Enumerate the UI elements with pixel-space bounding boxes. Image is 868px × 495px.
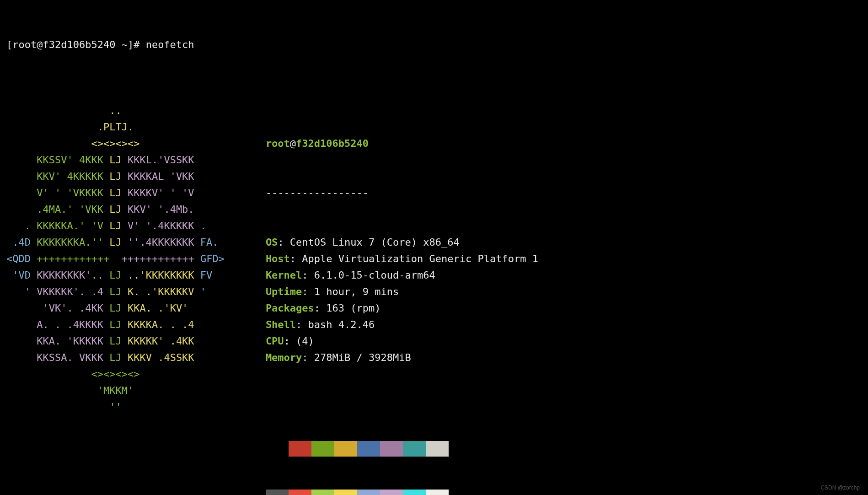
info-value: : (4) xyxy=(284,335,314,347)
info-line: Packages: 163 (rpm) xyxy=(266,300,538,317)
color-swatch xyxy=(426,441,449,457)
color-swatch xyxy=(357,490,380,495)
info-line: Uptime: 1 hour, 9 mins xyxy=(266,284,538,300)
info-label: Kernel xyxy=(266,269,302,281)
ascii-logo: .. .PLTJ. <><><><> KKSSV' 4KKK LJ KKKL.'… xyxy=(6,102,225,495)
info-value: : 163 (rpm) xyxy=(314,302,381,314)
color-swatch xyxy=(289,441,311,457)
separator: ----------------- xyxy=(266,185,538,201)
info-label: Memory xyxy=(266,352,302,363)
color-swatch xyxy=(289,490,311,495)
info-line: Kernel: 6.1.0-15-cloud-arm64 xyxy=(266,267,538,284)
neofetch-output: .. .PLTJ. <><><><> KKSSV' 4KKK LJ KKKL.'… xyxy=(6,102,862,495)
info-value: : CentOS Linux 7 (Core) x86_64 xyxy=(278,237,459,248)
logo-line: 'VK'. .4KK LJ KKA. .'KV' xyxy=(6,300,225,317)
logo-line: KKA. 'KKKKK LJ KKKKK' .4KK xyxy=(6,333,225,350)
color-palette xyxy=(266,399,538,495)
color-swatch xyxy=(334,490,357,495)
logo-line: ' VKKKKK'. .4 LJ K. .'KKKKKV ' xyxy=(6,284,225,300)
logo-line: KKV' 4KKKKK LJ KKKKAL 'VKK xyxy=(6,168,225,185)
info-label: CPU xyxy=(266,335,284,347)
info-line: OS: CentOS Linux 7 (Core) x86_64 xyxy=(266,234,538,251)
info-line: Host: Apple Virtualization Generic Platf… xyxy=(266,251,538,267)
color-swatch xyxy=(311,490,334,495)
info-line: CPU: (4) xyxy=(266,333,538,350)
command-line-1: [root@f32d106b5240 ~]# neofetch xyxy=(6,37,862,53)
system-info: root@f32d106b5240 ----------------- OS: … xyxy=(266,102,538,495)
color-swatch xyxy=(266,441,289,457)
prompt: [root@f32d106b5240 ~]# xyxy=(6,39,146,50)
logo-line: 'MKKM' xyxy=(6,382,225,399)
logo-line: KKSSA. VKKK LJ KKKV .4SSKK xyxy=(6,350,225,366)
logo-line: .. xyxy=(6,102,225,119)
info-label: OS xyxy=(266,237,278,248)
typed-command: neofetch xyxy=(146,39,194,50)
color-swatch xyxy=(357,441,380,457)
info-value: : Apple Virtualization Generic Platform … xyxy=(290,253,538,264)
logo-line: <><><><> xyxy=(6,366,225,382)
logo-line: .4D KKKKKKKA.'' LJ ''.4KKKKKKK FA. xyxy=(6,234,225,251)
info-value: : bash 4.2.46 xyxy=(296,319,375,330)
user-host-header: root@f32d106b5240 xyxy=(266,135,538,152)
color-swatch xyxy=(334,441,357,457)
logo-line: KKSSV' 4KKK LJ KKKL.'VSSKK xyxy=(6,152,225,168)
logo-line: .4MA.' 'VKK LJ KKV' '.4Mb. xyxy=(6,201,225,218)
logo-line: <QDD ++++++++++++ ++++++++++++ GFD> xyxy=(6,251,225,267)
logo-line: A. . .4KKKK LJ KKKKA. . .4 xyxy=(6,317,225,333)
info-label: Uptime xyxy=(266,286,302,297)
logo-line: .PLTJ. xyxy=(6,119,225,135)
watermark: CSDN @zorchp xyxy=(820,485,860,490)
logo-line: <><><><> xyxy=(6,135,225,152)
logo-line: V' ' 'VKKKK LJ KKKKV' ' 'V xyxy=(6,185,225,201)
info-label: Packages xyxy=(266,302,314,314)
info-line: Shell: bash 4.2.46 xyxy=(266,317,538,333)
info-value: : 6.1.0-15-cloud-arm64 xyxy=(302,269,435,281)
color-swatch xyxy=(380,490,403,495)
color-swatch xyxy=(403,490,426,495)
info-label: Shell xyxy=(266,319,296,330)
info-value: : 278MiB / 3928MiB xyxy=(302,352,411,363)
info-line: Memory: 278MiB / 3928MiB xyxy=(266,350,538,366)
info-label: Host xyxy=(266,253,290,264)
color-swatch xyxy=(426,490,449,495)
logo-line: 'VD KKKKKKKK'.. LJ ..'KKKKKKKK FV xyxy=(6,267,225,284)
color-swatch xyxy=(403,441,426,457)
color-swatch xyxy=(380,441,403,457)
info-value: : 1 hour, 9 mins xyxy=(302,286,399,297)
color-swatch xyxy=(311,441,334,457)
logo-line: . KKKKKA.' 'V LJ V' '.4KKKKK . xyxy=(6,218,225,234)
logo-line: '' xyxy=(6,399,225,415)
color-swatch xyxy=(266,490,289,495)
terminal[interactable]: [root@f32d106b5240 ~]# neofetch .. .PLTJ… xyxy=(0,0,868,495)
